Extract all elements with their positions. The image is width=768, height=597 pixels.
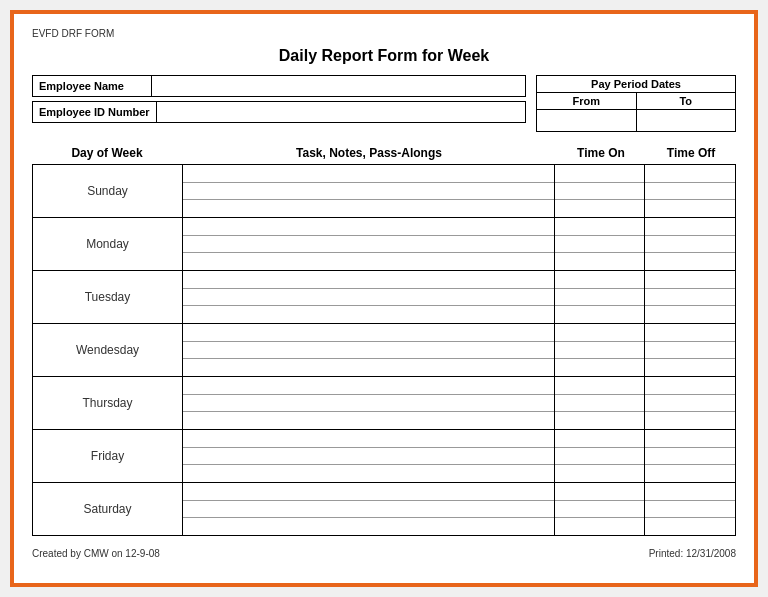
time-off-sub-row[interactable] [645, 342, 735, 360]
task-sub-row[interactable] [183, 271, 554, 289]
time-on-sub-row[interactable] [555, 165, 644, 183]
task-sub-row[interactable] [183, 306, 554, 323]
time-off-sub-row[interactable] [645, 306, 735, 323]
time-off-cell[interactable] [645, 165, 735, 217]
time-off-sub-row[interactable] [645, 448, 735, 466]
form-title: Daily Report Form for Week [32, 47, 736, 65]
time-on-sub-row[interactable] [555, 359, 644, 376]
time-on-sub-row[interactable] [555, 412, 644, 429]
time-off-sub-row[interactable] [645, 377, 735, 395]
time-on-cell[interactable] [555, 483, 645, 535]
time-off-cell[interactable] [645, 218, 735, 270]
col-day-header: Day of Week [32, 144, 182, 162]
time-on-sub-row[interactable] [555, 430, 644, 448]
pay-period-inputs [536, 110, 736, 132]
task-sub-row[interactable] [183, 518, 554, 535]
task-cell[interactable] [183, 430, 555, 482]
time-off-sub-row[interactable] [645, 236, 735, 254]
time-off-cell[interactable] [645, 483, 735, 535]
task-sub-row[interactable] [183, 395, 554, 413]
task-cell[interactable] [183, 165, 555, 217]
task-sub-row[interactable] [183, 253, 554, 270]
task-sub-row[interactable] [183, 501, 554, 519]
time-on-sub-row[interactable] [555, 253, 644, 270]
task-cell[interactable] [183, 483, 555, 535]
time-off-sub-row[interactable] [645, 430, 735, 448]
time-off-sub-row[interactable] [645, 501, 735, 519]
time-off-cell[interactable] [645, 324, 735, 376]
day-row: Thursday [33, 377, 735, 430]
from-label: From [536, 93, 637, 110]
time-off-sub-row[interactable] [645, 289, 735, 307]
time-off-sub-row[interactable] [645, 518, 735, 535]
task-sub-row[interactable] [183, 465, 554, 482]
day-row: Friday [33, 430, 735, 483]
time-on-sub-row[interactable] [555, 483, 644, 501]
employee-id-label: Employee ID Number [32, 101, 157, 123]
time-off-cell[interactable] [645, 430, 735, 482]
day-name-cell: Thursday [33, 377, 183, 429]
from-input[interactable] [536, 110, 637, 132]
task-sub-row[interactable] [183, 412, 554, 429]
task-cell[interactable] [183, 218, 555, 270]
time-off-sub-row[interactable] [645, 253, 735, 270]
col-task-header: Task, Notes, Pass-Alongs [182, 144, 556, 162]
task-sub-row[interactable] [183, 448, 554, 466]
task-sub-row[interactable] [183, 342, 554, 360]
time-on-sub-row[interactable] [555, 395, 644, 413]
time-on-cell[interactable] [555, 324, 645, 376]
employee-name-input[interactable] [152, 75, 526, 97]
task-sub-row[interactable] [183, 289, 554, 307]
time-on-cell[interactable] [555, 165, 645, 217]
task-sub-row[interactable] [183, 218, 554, 236]
time-on-cell[interactable] [555, 271, 645, 323]
day-row: Tuesday [33, 271, 735, 324]
task-sub-row[interactable] [183, 377, 554, 395]
time-off-sub-row[interactable] [645, 359, 735, 376]
task-sub-row[interactable] [183, 183, 554, 201]
time-on-sub-row[interactable] [555, 236, 644, 254]
time-off-sub-row[interactable] [645, 200, 735, 217]
time-on-sub-row[interactable] [555, 183, 644, 201]
time-on-sub-row[interactable] [555, 501, 644, 519]
time-off-sub-row[interactable] [645, 395, 735, 413]
time-on-sub-row[interactable] [555, 218, 644, 236]
time-on-sub-row[interactable] [555, 518, 644, 535]
time-on-sub-row[interactable] [555, 289, 644, 307]
time-off-sub-row[interactable] [645, 165, 735, 183]
task-cell[interactable] [183, 324, 555, 376]
time-on-cell[interactable] [555, 430, 645, 482]
time-on-sub-row[interactable] [555, 465, 644, 482]
top-fields-section: Employee Name Employee ID Number Pay Per… [32, 75, 736, 132]
time-off-sub-row[interactable] [645, 324, 735, 342]
time-on-sub-row[interactable] [555, 200, 644, 217]
task-sub-row[interactable] [183, 430, 554, 448]
time-off-sub-row[interactable] [645, 271, 735, 289]
day-name-cell: Monday [33, 218, 183, 270]
time-off-sub-row[interactable] [645, 412, 735, 429]
time-off-cell[interactable] [645, 377, 735, 429]
task-sub-row[interactable] [183, 324, 554, 342]
task-cell[interactable] [183, 377, 555, 429]
task-sub-row[interactable] [183, 236, 554, 254]
task-cell[interactable] [183, 271, 555, 323]
to-input[interactable] [637, 110, 737, 132]
time-off-sub-row[interactable] [645, 183, 735, 201]
time-on-sub-row[interactable] [555, 306, 644, 323]
time-on-cell[interactable] [555, 218, 645, 270]
time-off-sub-row[interactable] [645, 483, 735, 501]
time-off-cell[interactable] [645, 271, 735, 323]
task-sub-row[interactable] [183, 359, 554, 376]
time-on-sub-row[interactable] [555, 377, 644, 395]
time-on-sub-row[interactable] [555, 271, 644, 289]
time-on-sub-row[interactable] [555, 324, 644, 342]
time-on-cell[interactable] [555, 377, 645, 429]
time-off-sub-row[interactable] [645, 465, 735, 482]
task-sub-row[interactable] [183, 200, 554, 217]
task-sub-row[interactable] [183, 165, 554, 183]
time-off-sub-row[interactable] [645, 218, 735, 236]
time-on-sub-row[interactable] [555, 448, 644, 466]
task-sub-row[interactable] [183, 483, 554, 501]
time-on-sub-row[interactable] [555, 342, 644, 360]
employee-id-input[interactable] [157, 101, 526, 123]
